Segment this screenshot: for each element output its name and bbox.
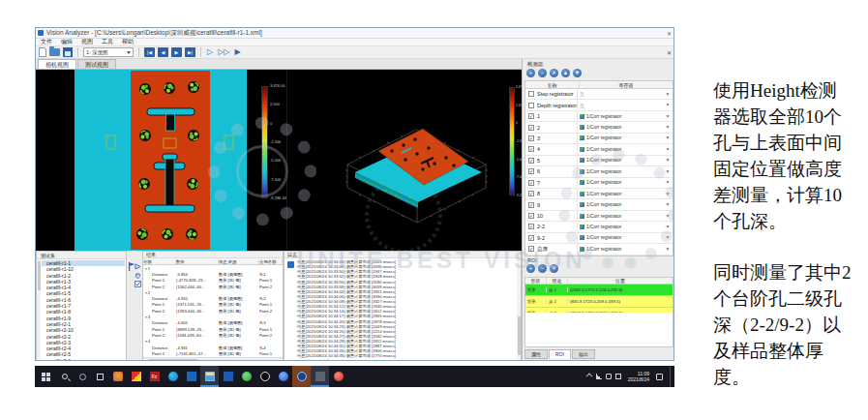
result-row[interactable]: Distance -5.854 数值 [测视图] 孔1 xyxy=(143,271,283,277)
clear-log-icon[interactable] xyxy=(287,261,294,268)
register-dropdown[interactable]: 1/Corr registrator xyxy=(577,156,673,165)
row-checkbox[interactable] xyxy=(528,202,534,208)
detector-row[interactable]: 6 1/Corr registrator xyxy=(525,166,673,177)
volume-icon[interactable] xyxy=(606,374,612,379)
taskbar-app[interactable]: Fz xyxy=(145,366,164,387)
register-dropdown[interactable]: 1/Corr registrator xyxy=(577,222,673,231)
checklist-icon[interactable] xyxy=(135,281,141,287)
register-dropdown[interactable]: 无 xyxy=(577,89,673,99)
run-pointer-icon[interactable] xyxy=(135,263,141,270)
move-up-button[interactable]: ▲ xyxy=(561,69,570,77)
remove-detector-button[interactable]: − xyxy=(538,69,547,77)
panel-close-icon[interactable]: ✕ xyxy=(667,49,672,56)
roi-row[interactable]: 矩形 点 2 (835.9,1723.0,209.0,339.5) xyxy=(525,296,673,308)
taskbar-app[interactable] xyxy=(255,366,274,387)
row-checkbox[interactable] xyxy=(528,168,534,174)
panel-tab[interactable]: 属性 xyxy=(524,349,548,359)
taskbar-app[interactable] xyxy=(164,366,182,387)
row-checkbox[interactable] xyxy=(528,246,534,252)
row-checkbox[interactable] xyxy=(528,91,534,97)
result-row[interactable]: Distance -4.931 数值 [测视图] 孔4 xyxy=(143,345,283,350)
taskbar-app[interactable] xyxy=(329,366,347,387)
row-checkbox[interactable] xyxy=(528,103,534,108)
row-checkbox[interactable] xyxy=(528,180,534,186)
taskbar-app[interactable] xyxy=(274,366,292,387)
detector-row[interactable]: 1 1/Corr registrator xyxy=(525,111,673,122)
log-scrollbar[interactable] xyxy=(517,258,521,361)
delete-all-roi-button[interactable]: ✕ xyxy=(550,264,558,273)
register-dropdown[interactable]: 无 xyxy=(577,100,673,109)
panel-tab[interactable]: 输出 xyxy=(572,349,595,359)
register-dropdown[interactable]: 1/Corr registrator xyxy=(577,211,673,221)
result-row[interactable]: Point 1 (9699.128,-25... 图形 [3D 视] Point… xyxy=(143,326,283,332)
height-map-2d-view[interactable]: 3.476 002.5000-2.500-5.000-7.500-9.286 4… xyxy=(36,70,286,251)
taskbar-app[interactable] xyxy=(311,366,329,387)
detector-row[interactable]: Depth registrator 无 xyxy=(525,100,673,110)
start-button[interactable] xyxy=(35,366,56,387)
menu-item[interactable]: 工具 xyxy=(102,38,113,46)
detector-row[interactable]: 9 1/Corr registrator xyxy=(525,199,673,210)
result-row[interactable]: Distance -4.910 数值 [测视图] 孔2 xyxy=(143,295,283,301)
search-button[interactable] xyxy=(56,366,74,387)
add-roi-button[interactable]: + xyxy=(526,264,535,273)
new-file-icon[interactable] xyxy=(39,47,46,57)
open-folder-icon[interactable] xyxy=(49,48,60,56)
menu-item[interactable]: 帮助 xyxy=(122,38,134,46)
row-checkbox[interactable] xyxy=(528,235,534,241)
run-once-icon[interactable]: ▷ xyxy=(206,47,214,57)
show-desktop-button[interactable] xyxy=(670,366,673,387)
taskbar-app[interactable] xyxy=(127,366,145,387)
row-checkbox[interactable] xyxy=(528,191,534,196)
taskbar-app[interactable] xyxy=(182,366,200,387)
register-dropdown[interactable]: 1/Corr registrator xyxy=(577,233,673,243)
result-row[interactable]: Point 2 (1262.444,-60... 图形 [3D 视] Point… xyxy=(143,284,283,289)
register-dropdown[interactable]: 1/Corr registrator xyxy=(577,122,673,132)
hand-icon[interactable] xyxy=(135,272,141,279)
last-record-button[interactable]: ▶| xyxy=(185,47,195,57)
detector-row[interactable]: 9-2 1/Corr registrator xyxy=(525,233,673,244)
detector-row[interactable]: 2 1/Corr registrator xyxy=(525,122,673,133)
run-all-icon[interactable]: ▷▷ xyxy=(217,47,230,57)
taskbar-clock[interactable]: 11:09 2021/8/24 xyxy=(625,371,652,382)
menu-item[interactable]: 文件 xyxy=(41,38,52,46)
detector-row[interactable]: 5 1/Corr registrator xyxy=(525,156,673,166)
register-dropdown[interactable]: 1/Corr registrator xyxy=(577,134,673,143)
register-dropdown[interactable]: 1/Corr registrator xyxy=(577,189,673,198)
row-checkbox[interactable] xyxy=(528,158,534,164)
hidden-icons-chevron-icon[interactable] xyxy=(585,374,592,380)
detector-row[interactable]: 7 1/Corr registrator xyxy=(525,178,673,189)
register-dropdown[interactable]: 1/Corr registrator xyxy=(577,199,673,209)
result-row[interactable]: Point 1 (-7161.801,-47... 图形 [3D 视] Poin… xyxy=(143,350,283,356)
detector-row[interactable]: 4 1/Corr registrator xyxy=(525,144,673,155)
test-list-scrollbar[interactable] xyxy=(37,259,41,361)
add-detector-button[interactable]: + xyxy=(526,69,535,77)
network-icon[interactable] xyxy=(596,374,602,379)
first-record-button[interactable]: |◀ xyxy=(144,47,155,57)
close-icon[interactable]: ✕ xyxy=(663,30,674,37)
taskbar-app[interactable] xyxy=(292,366,311,387)
register-dropdown[interactable]: 1/Corr registrator xyxy=(577,111,673,121)
cortana-button[interactable] xyxy=(74,366,91,387)
height-map-3d-view[interactable]: 3.476 002.5000-2.500-5.000-7.500-9.286 4… xyxy=(286,70,522,251)
delete-all-detectors-button[interactable]: ✕ xyxy=(550,69,558,77)
input-indicator-icon[interactable] xyxy=(615,374,621,379)
result-row[interactable]: Point 1 (1371.151,-25... 图形 [3D 视] Point… xyxy=(143,302,283,308)
taskbar-app[interactable] xyxy=(200,366,219,387)
register-dropdown[interactable]: 1/Corr registrator xyxy=(577,244,673,254)
register-dropdown[interactable]: 1/Corr registrator xyxy=(577,144,673,154)
detector-row[interactable]: 总厚 1/Corr registrator xyxy=(525,244,673,255)
move-down-button[interactable]: ▼ xyxy=(573,69,582,77)
view-tab[interactable]: 测试视图 xyxy=(77,59,116,69)
remove-roi-button[interactable]: − xyxy=(538,264,547,273)
next-record-button[interactable]: ▶ xyxy=(171,47,182,57)
result-row[interactable]: Distance -4.602 数值 [测视图] 孔3 xyxy=(143,320,283,326)
taskbar-app[interactable] xyxy=(219,366,237,387)
menu-item[interactable]: 编辑 xyxy=(61,38,73,46)
view-tab[interactable]: 相机视图 xyxy=(38,59,76,69)
row-checkbox[interactable] xyxy=(528,213,534,219)
taskbar-app[interactable] xyxy=(108,366,127,387)
register-dropdown[interactable]: 1/Corr registrator xyxy=(577,178,673,188)
view-selector-dropdown[interactable]: 1: 深度图 xyxy=(83,47,134,57)
result-row[interactable]: Point 2 (1393.444,-65... 图形 [3D 视] Point… xyxy=(143,308,283,314)
row-checkbox[interactable] xyxy=(528,224,534,229)
